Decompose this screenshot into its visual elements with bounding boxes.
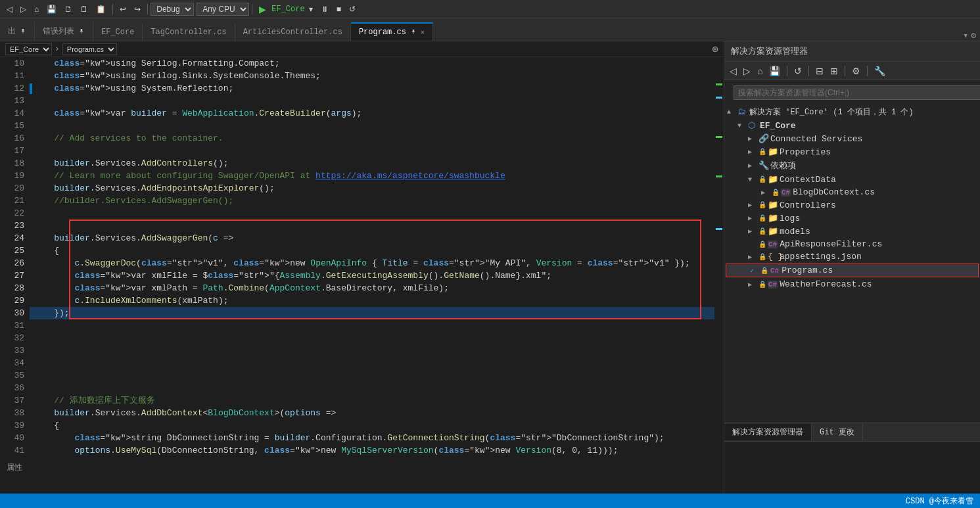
panel-forward-btn[interactable]: ▷ [741, 64, 753, 78]
breadcrumb-file-select[interactable]: Program.cs [62, 43, 117, 55]
git-changes-tab[interactable]: Git 更改 [812, 424, 863, 440]
tree-weather[interactable]: ▶ 🔒 C# WeatherForecast.cs [724, 278, 980, 290]
restart-btn[interactable]: ↺ [345, 3, 360, 15]
breadcrumb: EF_Core › Program.cs ⊕ [0, 41, 724, 57]
scroll-mark-2 [716, 97, 722, 99]
statusbar: CSDN @今夜来看雪 [0, 494, 980, 508]
tab-errors[interactable]: 错误列表 🖈 [35, 22, 93, 41]
debug-select[interactable]: Debug [151, 3, 194, 16]
toolbar-save[interactable]: 💾 [43, 3, 60, 15]
connected-services-label: Connected Services [770, 134, 862, 144]
tab-settings-icon[interactable]: ⚙ [971, 30, 976, 41]
weather-expand: ▶ [748, 281, 758, 289]
tree-models[interactable]: ▶ 🔒 📁 models [724, 225, 980, 238]
tab-ef-core[interactable]: EF_Core [93, 24, 143, 41]
panel-home-btn[interactable]: ⌂ [755, 64, 765, 78]
tree-logs[interactable]: ▶ 🔒 📁 logs [724, 212, 980, 225]
code-line-29: c.IncludeXmlComments(xmlPath); [30, 294, 714, 307]
code-line-41: options.UseMySql(DbConnectionString, cla… [30, 444, 714, 457]
code-line-17 [30, 145, 714, 157]
tree-ef-core-project[interactable]: ▼ ⬡ EF_Core [724, 119, 980, 132]
run-dropdown[interactable]: ▾ [305, 3, 317, 15]
sep3 [252, 4, 252, 14]
deps-label: 依赖项 [770, 160, 796, 172]
appsettings-expand: ▶ [748, 253, 758, 261]
code-line-18: builder.Services.AddControllers(); [30, 157, 714, 170]
tree-appsettings[interactable]: ▶ 🔒 { } appsettings.json [724, 250, 980, 263]
run-button[interactable]: ▶ [255, 3, 270, 16]
tab-program-close[interactable]: ✕ [421, 28, 425, 36]
toolbar-forward[interactable]: ▷ [16, 3, 30, 15]
solution-explorer-tab[interactable]: 解决方案资源管理器 [724, 424, 812, 440]
tab-errors-label: 错误列表 [43, 26, 74, 37]
tree-api-filter[interactable]: 🔒 C# ApiResponseFilter.cs [724, 238, 980, 250]
code-line-19: // Learn more about configuring Swagger/… [30, 170, 714, 182]
toolbar-home[interactable]: ⌂ [30, 3, 43, 15]
code-line-28: class="kw">var xmlPath = Path.Combine(Ap… [30, 282, 714, 294]
toolbar-back[interactable]: ◁ [3, 3, 16, 15]
tab-articles-controller[interactable]: ArticlesController.cs [235, 24, 351, 41]
tab-program[interactable]: Program.cs 🖈 ✕ [351, 22, 433, 41]
program-cs-icon: C# [770, 267, 780, 275]
panel-save-btn[interactable]: 💾 [766, 64, 783, 78]
main-area: EF_Core › Program.cs ⊕ 10111213141516171… [0, 41, 980, 494]
panel-collapse-btn[interactable]: ⊟ [813, 64, 826, 78]
tab-output-label: 出 [8, 26, 16, 37]
models-folder-icon: 📁 [768, 226, 780, 237]
models-label: models [780, 227, 810, 237]
blog-db-expand-icon: ▶ [761, 189, 772, 196]
code-line-35 [30, 369, 714, 382]
tab-articles-label: ArticlesController.cs [243, 28, 342, 37]
logs-expand-icon: ▶ [748, 214, 758, 222]
solution-search-input[interactable] [734, 85, 980, 100]
context-lock-icon: 🔒 [758, 175, 766, 183]
panel-back-btn[interactable]: ◁ [727, 64, 739, 78]
toolbar-undo[interactable]: ↩ [116, 3, 130, 15]
tab-output-pin: 🖈 [20, 28, 26, 35]
code-line-13 [30, 95, 714, 107]
tab-tag-controller[interactable]: TagController.cs [143, 24, 235, 41]
code-line-10: class="kw">using Serilog.Formatting.Comp… [30, 57, 714, 70]
ef-core-expand-icon: ▼ [737, 122, 748, 129]
editor-pin-icon[interactable]: ⊕ [712, 43, 718, 56]
code-content[interactable]: class="kw">using Serilog.Formatting.Comp… [30, 57, 714, 494]
panel-sep3 [845, 66, 845, 76]
connected-expand-icon: ▶ [748, 135, 758, 143]
tree-connected-services[interactable]: ▶ 🔗 Connected Services [724, 132, 980, 145]
panel-properties-btn[interactable]: 🔧 [872, 64, 888, 78]
panel-refresh-btn[interactable]: ↺ [791, 64, 805, 78]
tab-bar: 出 🖈 错误列表 🖈 EF_Core TagController.cs Arti… [0, 18, 980, 41]
tree-context-data[interactable]: ▼ 🔒 📁 ContextData [724, 173, 980, 186]
controllers-label: Controllers [780, 200, 836, 210]
ef-core-label: EF_Core [760, 121, 796, 131]
deps-expand-icon: ▶ [748, 162, 758, 170]
tab-overflow-arrow[interactable]: ▾ [963, 30, 968, 41]
toolbar-redo[interactable]: ↪ [130, 3, 145, 15]
panel-expand-btn[interactable]: ⊞ [828, 64, 841, 78]
tree-solution-root[interactable]: ▲ 🗂 解决方案 'EF_Core' (1 个项目，共 1 个) [724, 105, 980, 119]
tab-program-label: Program.cs [359, 28, 406, 37]
cpu-select[interactable]: Any CPU [197, 3, 249, 16]
pause-btn[interactable]: ⏸ [317, 3, 333, 15]
tab-overflow: ▾ ⚙ [959, 30, 980, 41]
tree-program-cs[interactable]: ✓ 🔒 C# Program.cs [726, 264, 979, 277]
tree-controllers[interactable]: ▶ 🔒 📁 Controllers [724, 198, 980, 212]
tree-blog-db-context[interactable]: ▶ 🔒 C# BlogDbContext.cs [724, 186, 980, 198]
tree-properties[interactable]: ▶ 🔒 📁 Properties [724, 145, 980, 158]
properties-label: 属性 [7, 462, 22, 473]
scroll-mark-5 [716, 228, 722, 230]
weather-label: WeatherForecast.cs [780, 279, 872, 289]
toolbar-save3[interactable]: 🗒 [76, 3, 92, 15]
tab-output[interactable]: 出 🖈 [0, 22, 35, 41]
toolbar-save4[interactable]: 📋 [92, 3, 110, 15]
panel-settings-btn[interactable]: ⚙ [849, 64, 863, 78]
code-line-34 [30, 357, 714, 369]
code-line-38: builder.Services.AddDbContext<BlogDbCont… [30, 407, 714, 419]
code-line-37: // 添加数据库上下文服务 [30, 394, 714, 407]
tree-dependencies[interactable]: ▶ 🔧 依赖项 [724, 158, 980, 173]
toolbar-save2[interactable]: 🗋 [60, 3, 76, 15]
models-expand-icon: ▶ [748, 227, 758, 235]
code-line-20: builder.Services.AddEndpointsApiExplorer… [30, 182, 714, 195]
stop-btn[interactable]: ■ [333, 3, 345, 15]
breadcrumb-project-select[interactable]: EF_Core [5, 43, 52, 55]
